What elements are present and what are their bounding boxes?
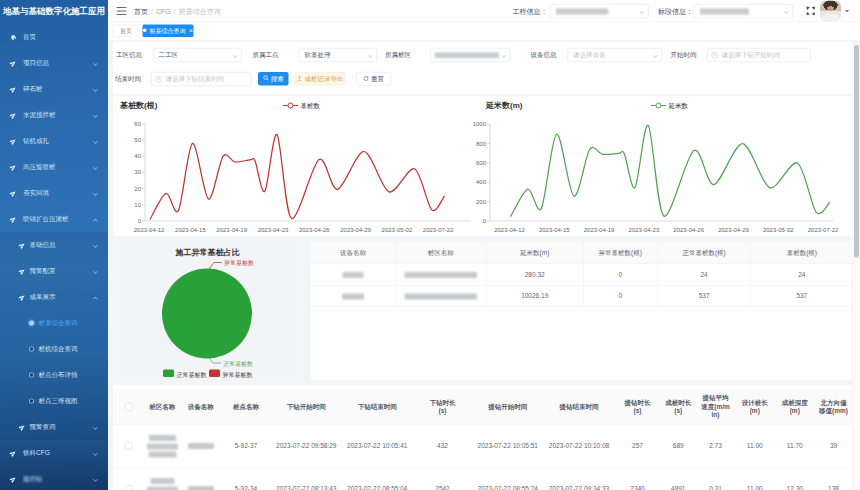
svg-text:400: 400 [476,179,487,185]
svg-text:0: 0 [483,218,487,224]
svg-text:20: 20 [134,186,141,192]
svg-text:50: 50 [134,137,141,143]
svg-text:800: 800 [476,141,487,147]
svg-text:2023-04-15: 2023-04-15 [539,227,570,233]
svg-text:60: 60 [134,121,141,127]
svg-text:2023-05-02: 2023-05-02 [763,227,794,233]
svg-text:1000: 1000 [473,121,487,127]
svg-text:2023-07-22: 2023-07-22 [808,227,839,233]
svg-text:2023-04-23: 2023-04-23 [629,227,660,233]
svg-text:200: 200 [476,199,487,205]
svg-text:2023-04-12: 2023-04-12 [134,227,165,233]
svg-text:40: 40 [134,153,141,159]
svg-text:2023-04-19: 2023-04-19 [216,227,247,233]
svg-text:600: 600 [476,160,487,166]
svg-text:2023-04-26: 2023-04-26 [299,227,330,233]
svg-text:2023-04-29: 2023-04-29 [340,227,371,233]
svg-text:30: 30 [134,169,141,175]
svg-text:10: 10 [134,202,141,208]
svg-text:2023-07-22: 2023-07-22 [423,227,454,233]
svg-text:0: 0 [138,218,142,224]
svg-text:2023-04-29: 2023-04-29 [718,227,749,233]
svg-text:2023-04-19: 2023-04-19 [584,227,615,233]
svg-text:2023-04-23: 2023-04-23 [258,227,289,233]
svg-text:2023-05-02: 2023-05-02 [382,227,413,233]
svg-text:2023-04-15: 2023-04-15 [175,227,206,233]
svg-text:2023-04-12: 2023-04-12 [494,227,525,233]
svg-text:2023-04-26: 2023-04-26 [673,227,704,233]
